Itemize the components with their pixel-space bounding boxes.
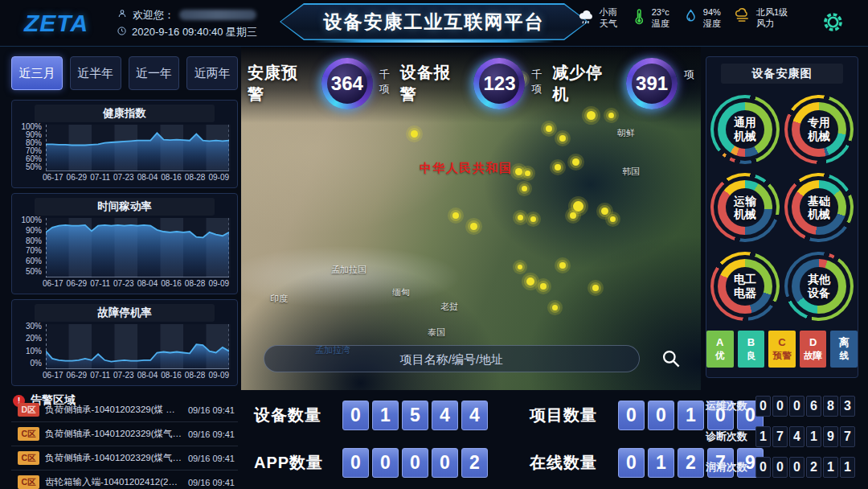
counter-digit-box: 0 [772, 396, 788, 417]
gauge-label-line2: 机械 [734, 129, 756, 143]
gauge-基础机械: 基础机械 [784, 173, 854, 242]
rain-cloud-icon [577, 7, 596, 29]
kpi-unit: 项 [684, 68, 694, 82]
x-tick: 08-04 [137, 279, 158, 288]
project-marker[interactable] [518, 215, 523, 220]
counter-诊断次数: 诊断次数174197 [706, 426, 863, 447]
chart-card-time-utilization: 时间稼动率100%90%80%70%60%50%06-1706-2907-110… [11, 193, 238, 294]
project-marker[interactable] [546, 125, 552, 132]
right-panel-title: 设备安康图 [752, 67, 813, 80]
gauge-label: 基础机械 [784, 173, 854, 242]
counter-digit-box: 3 [840, 396, 855, 417]
x-tick: 08-28 [185, 371, 206, 380]
y-tick: 20% [18, 335, 42, 343]
time-filter-group: 近三月近半年近一年近两年 [11, 56, 238, 92]
gauge-label: 专用机械 [784, 95, 854, 164]
project-marker[interactable] [515, 168, 522, 175]
filter-button-近三月[interactable]: 近三月 [11, 56, 63, 90]
project-marker[interactable] [601, 208, 608, 215]
map-label-朝鲜: 朝鲜 [617, 127, 635, 139]
counter-digits: 174197 [755, 426, 855, 447]
project-marker[interactable] [573, 201, 583, 212]
project-marker[interactable] [522, 186, 527, 191]
stat-label-项目数量: 项目数量 [530, 405, 618, 426]
project-marker[interactable] [552, 305, 558, 310]
y-tick: 50% [18, 163, 42, 171]
stat-label-设备数量: 设备数量 [254, 405, 342, 426]
project-marker[interactable] [592, 285, 599, 291]
project-marker[interactable] [559, 135, 566, 142]
legend-letter: C [778, 336, 785, 350]
platform-title-frame: 设备安康工业互联网平台 [280, 3, 588, 40]
alert-text: 齿轮箱输入端-10401202412(2#（2V）... [45, 476, 182, 488]
digit-box: 4 [461, 401, 488, 430]
search-input[interactable] [264, 345, 640, 372]
alert-row[interactable]: C区齿轮箱输入端-10401202412(2#（2V）...09/16 09:4… [11, 471, 238, 489]
project-marker[interactable] [452, 212, 459, 219]
dashboard-root: ZETA 欢迎您： 2020-9-16 09:40:40 星期三 设备安康工业互… [0, 0, 868, 489]
project-marker[interactable] [526, 277, 534, 286]
legend-badge-优: A优 [706, 331, 734, 368]
y-tick: 30% [18, 323, 42, 331]
counter-digit-box: 0 [755, 396, 771, 417]
x-tick: 08-04 [137, 371, 158, 380]
weather-text: 北风1级风力 [756, 7, 788, 30]
y-axis-labels: 30%20%10%0% [18, 323, 46, 368]
x-tick: 06-29 [67, 279, 88, 288]
counter-digit-box: 1 [755, 426, 771, 447]
project-marker[interactable] [559, 262, 566, 269]
project-marker[interactable] [587, 111, 596, 120]
project-marker[interactable] [570, 212, 576, 219]
welcome-block: 欢迎您： 2020-9-16 09:40:40 星期三 [117, 6, 257, 40]
x-tick: 09-09 [208, 173, 229, 182]
counter-digits: 000683 [755, 396, 855, 417]
counter-运维次数: 运维次数000683 [706, 396, 863, 417]
filter-button-近半年[interactable]: 近半年 [70, 56, 121, 90]
gauge-label-line1: 运输 [734, 195, 756, 208]
alert-row[interactable]: C区负荷侧轴承-10401202329(煤气引风机电...09/16 09:41 [11, 422, 238, 446]
counter-label: 诊断次数 [706, 429, 755, 444]
project-marker[interactable] [555, 164, 561, 171]
kpi-row: 安康预警364千项设备报警123千项减少停机391项 [241, 58, 701, 109]
alert-grade-badge: C区 [18, 427, 39, 441]
project-marker[interactable] [411, 130, 418, 138]
filter-button-近两年[interactable]: 近两年 [186, 56, 238, 90]
weather-text: 小雨天气 [600, 7, 617, 30]
project-marker[interactable] [572, 158, 579, 166]
counter-digit-box: 0 [755, 457, 771, 478]
humidity-drop-icon [682, 8, 699, 28]
alert-row[interactable]: C区负荷侧轴承-10401202329(煤气引风机电...09/16 09:41 [11, 446, 238, 471]
gauge-label: 电工电器 [710, 252, 780, 321]
gauge-电工电器: 电工电器 [710, 252, 780, 321]
digit-box: 2 [461, 448, 488, 478]
project-marker[interactable] [518, 265, 522, 269]
x-tick: 07-11 [90, 173, 110, 182]
digit-box: 0 [618, 401, 645, 430]
counter-digit-box: 7 [840, 426, 855, 447]
search-icon[interactable] [660, 347, 682, 372]
weather-item-风力: 北风1级风力 [734, 7, 788, 30]
project-marker[interactable] [540, 283, 547, 290]
settings-gear-icon[interactable] [821, 10, 845, 38]
alert-grade-badge: D区 [18, 403, 39, 417]
map-label-印度: 印度 [270, 293, 288, 305]
project-marker[interactable] [525, 171, 530, 176]
project-marker[interactable] [608, 113, 614, 118]
filter-button-近一年[interactable]: 近一年 [129, 56, 180, 90]
project-marker[interactable] [470, 223, 477, 230]
stats-row-2: APP数量00002在线数量01279 [241, 448, 701, 478]
project-marker[interactable] [530, 216, 536, 222]
chart-title-时间稼动率: 时间稼动率 [35, 198, 215, 216]
alerts-panel: ! 告警区域 D区负荷侧轴承-10401202329(煤 气引风电...09/1… [11, 391, 238, 489]
zeta-logo: ZETA [24, 10, 88, 37]
legend-label: 预警 [773, 350, 792, 362]
x-tick: 07-11 [90, 279, 110, 288]
map-label-泰国: 泰国 [428, 327, 445, 339]
alert-list: D区负荷侧轴承-10401202329(煤 气引风电...09/16 09:41… [11, 398, 238, 489]
china-map[interactable]: 印度孟加拉国缅甸老挝泰国孟加拉湾朝鲜韩国 中华人民共和国 安康预警364千项设备… [241, 47, 701, 390]
project-marker[interactable] [610, 216, 616, 222]
x-tick: 07-23 [113, 173, 134, 182]
digit-box: 2 [678, 448, 704, 478]
alert-text: 负荷侧轴承-10401202329(煤 气引风电... [45, 404, 182, 416]
welcome-label: 欢迎您： [133, 8, 174, 23]
